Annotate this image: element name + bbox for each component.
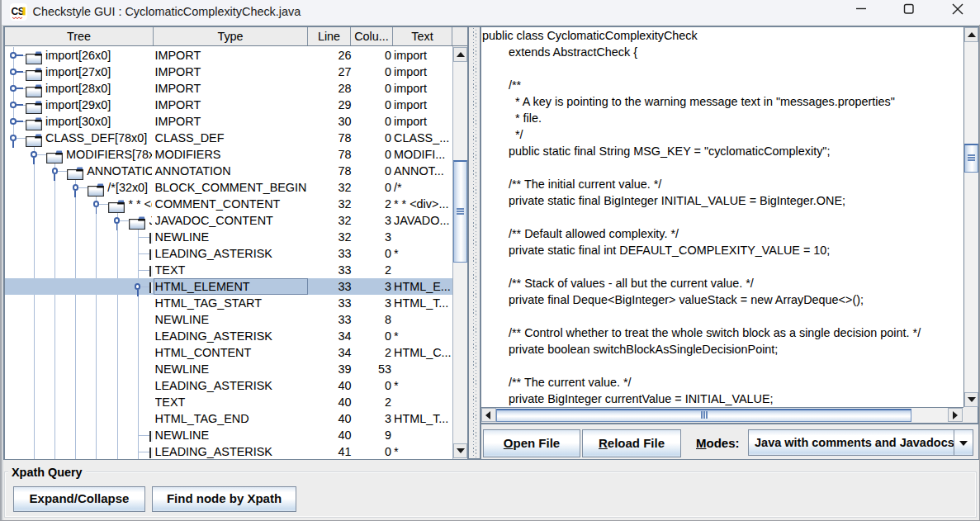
svg-text:CS: CS (12, 6, 25, 17)
